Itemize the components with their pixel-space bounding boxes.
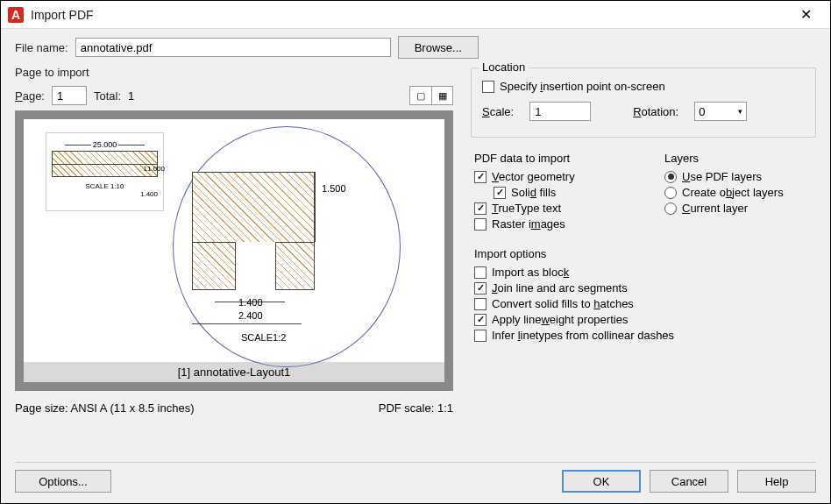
- rotation-select[interactable]: 0 ▾: [694, 102, 747, 121]
- current-layer-radio[interactable]: Current layer: [664, 202, 813, 215]
- infer-linetypes-checkbox[interactable]: Infer linetypes from collinear dashes: [474, 329, 813, 342]
- page-to-import-title: Page to import: [15, 66, 453, 79]
- view-mode-toggle[interactable]: ▢ ▦: [409, 86, 453, 105]
- import-options-title: Import options: [474, 247, 813, 260]
- checkbox-icon: [474, 330, 487, 342]
- radio-icon: [664, 202, 677, 215]
- import-as-block-checkbox[interactable]: Import as block: [474, 266, 813, 279]
- total-value: 1: [128, 89, 134, 103]
- location-title: Location: [479, 60, 529, 74]
- dim-h2: 2.400: [238, 310, 263, 321]
- options-button[interactable]: Options...: [15, 470, 111, 493]
- pdf-data-title: PDF data to import: [474, 152, 622, 165]
- page-size: Page size: ANSI A (11 x 8.5 inches): [15, 401, 195, 415]
- solid-fills-checkbox[interactable]: Solid fills: [494, 186, 622, 199]
- close-icon: ✕: [800, 6, 812, 23]
- close-button[interactable]: ✕: [788, 1, 823, 29]
- filename-input[interactable]: [75, 38, 391, 57]
- checkbox-icon: [494, 187, 506, 199]
- window-title: Import PDF: [31, 8, 788, 22]
- checkbox-icon: [474, 266, 487, 279]
- checkbox-icon: [474, 314, 487, 326]
- sub-drawing: 25.000 11.000 SCALE 1:10 1.400: [46, 132, 164, 211]
- sub-scale: SCALE 1:10: [52, 182, 158, 190]
- radio-icon: [664, 171, 677, 183]
- preview-frame: 25.000 11.000 SCALE 1:10 1.400: [15, 110, 453, 391]
- grid-view-icon[interactable]: ▦: [431, 87, 452, 104]
- rotation-label: Rotation:: [633, 105, 678, 118]
- sub-dim-bottom: 1.400: [52, 190, 158, 198]
- dim-vertical: 1.500: [322, 183, 346, 194]
- dim-h1: 1.400: [238, 297, 263, 308]
- main-drawing: 1.500 1.400 2.400 SCALE1:2: [173, 126, 401, 367]
- browse-button[interactable]: Browse...: [398, 36, 479, 59]
- join-segments-checkbox[interactable]: Join line and arc segments: [474, 281, 813, 295]
- radio-icon: [664, 187, 677, 199]
- ok-button[interactable]: OK: [562, 470, 641, 493]
- truetype-text-checkbox[interactable]: TrueType text: [474, 202, 622, 215]
- titlebar: A Import PDF ✕: [1, 1, 830, 29]
- checkbox-icon: [474, 218, 487, 231]
- main-scale: SCALE1:2: [241, 332, 286, 343]
- chevron-down-icon: ▾: [738, 107, 742, 116]
- checkbox-icon: [474, 202, 487, 215]
- app-icon: A: [8, 7, 24, 23]
- help-button[interactable]: Help: [737, 470, 816, 493]
- location-group: Location Specify insertion point on-scre…: [471, 67, 816, 138]
- sub-dim-top: 25.000: [52, 140, 158, 149]
- specify-insertion-checkbox[interactable]: Specify insertion point on-screen: [482, 80, 805, 93]
- vector-geometry-checkbox[interactable]: Vector geometry: [474, 170, 622, 183]
- pdf-scale: PDF scale: 1:1: [379, 401, 453, 415]
- checkbox-icon: [474, 298, 487, 310]
- preview-canvas[interactable]: 25.000 11.000 SCALE 1:10 1.400: [24, 119, 444, 362]
- checkbox-icon: [474, 282, 487, 295]
- use-pdf-layers-radio[interactable]: Use PDF layers: [664, 170, 813, 183]
- raster-images-checkbox[interactable]: Raster images: [474, 217, 622, 231]
- create-object-layers-radio[interactable]: Create object layers: [664, 186, 813, 199]
- single-view-icon[interactable]: ▢: [410, 87, 431, 104]
- scale-input[interactable]: [529, 102, 591, 121]
- filename-label: File name:: [15, 41, 68, 54]
- total-label: Total:: [94, 89, 121, 103]
- checkbox-icon: [474, 171, 487, 183]
- scale-label: Scale:: [482, 105, 514, 118]
- sub-dim-side: 11.000: [144, 165, 165, 173]
- page-input[interactable]: [52, 86, 87, 105]
- convert-fills-checkbox[interactable]: Convert solid fills to hatches: [474, 297, 813, 310]
- cancel-button[interactable]: Cancel: [650, 470, 728, 493]
- page-label: Page:: [15, 89, 45, 103]
- lineweight-checkbox[interactable]: Apply lineweight properties: [474, 313, 813, 326]
- layers-title: Layers: [664, 152, 813, 165]
- checkbox-icon: [482, 81, 494, 93]
